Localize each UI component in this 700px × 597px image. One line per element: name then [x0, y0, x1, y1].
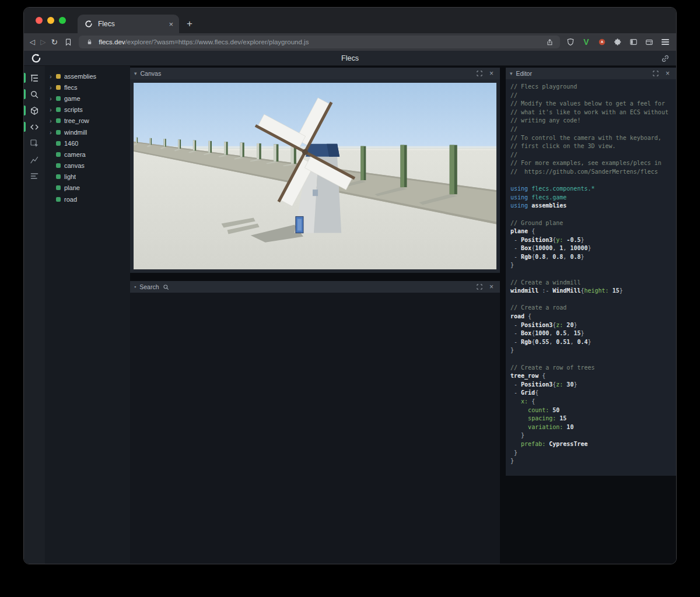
tree-item-tree_row[interactable]: ›tree_row — [45, 115, 130, 127]
code-line[interactable] — [510, 210, 671, 219]
code-line[interactable]: // Create a row of trees — [510, 364, 671, 373]
code-line[interactable]: - Position3{z: 20} — [510, 321, 671, 330]
code-line[interactable]: using flecs.game — [510, 194, 671, 202]
extensions-icon[interactable] — [612, 37, 623, 47]
code-line[interactable]: } — [510, 457, 671, 466]
expand-panel-button[interactable] — [475, 69, 484, 78]
code-line[interactable]: - Rgb{0.55, 0.51, 0.4} — [510, 338, 671, 347]
share-icon[interactable] — [544, 37, 555, 47]
code-line[interactable]: count: 50 — [510, 406, 671, 415]
tree-item-plane[interactable]: plane — [45, 182, 130, 194]
code-line[interactable]: tree_row { — [510, 372, 671, 381]
code-editor[interactable]: // Flecs playground//// Modify the value… — [506, 79, 676, 476]
new-tab-button[interactable]: + — [181, 16, 198, 32]
bookmarks-icon[interactable] — [63, 37, 74, 47]
brave-shield-icon[interactable] — [565, 37, 576, 47]
reload-button[interactable]: ↻ — [51, 38, 58, 46]
code-line[interactable]: } — [510, 449, 671, 458]
minimize-window-button[interactable] — [47, 17, 54, 24]
code-line[interactable]: // writing any code! — [510, 117, 671, 125]
code-line[interactable]: // Create a road — [510, 304, 671, 312]
code-line[interactable]: x: { — [510, 398, 671, 406]
browser-tab[interactable]: Flecs × — [78, 15, 179, 33]
share-link-icon[interactable] — [660, 53, 670, 64]
code-line[interactable]: // what it's like to work with an ECS wi… — [510, 108, 671, 117]
code-line[interactable] — [510, 177, 671, 185]
menu-icon[interactable] — [660, 37, 670, 47]
collapse-chevron-icon[interactable]: ▾ — [134, 71, 137, 76]
code-line[interactable]: // Ground plane — [510, 219, 671, 228]
sidebar-toggle-icon[interactable] — [628, 37, 639, 47]
stats-panel-button[interactable] — [24, 168, 45, 183]
code-line[interactable]: // For more examples, see examples/plecs… — [510, 159, 671, 168]
code-line[interactable]: } — [510, 261, 671, 270]
expand-chevron-icon[interactable]: › — [50, 73, 56, 80]
inspect-panel-button[interactable] — [24, 136, 45, 150]
expand-chevron-icon[interactable]: › — [50, 106, 56, 113]
code-line[interactable]: using flecs.components.* — [510, 185, 671, 194]
code-line[interactable]: using assemblies — [510, 202, 671, 210]
wallet-icon[interactable] — [644, 37, 654, 47]
code-line[interactable]: prefab: CypressTree — [510, 440, 671, 449]
tree-item-road[interactable]: road — [45, 194, 130, 205]
collapse-chevron-icon[interactable]: ▾ — [510, 71, 513, 76]
code-line[interactable]: - Box{1000, 0.5, 15} — [510, 329, 671, 338]
code-line[interactable]: plane { — [510, 227, 671, 236]
vimium-extension-icon[interactable]: V — [581, 37, 592, 47]
code-line[interactable]: // — [510, 92, 671, 100]
code-line[interactable]: road { — [510, 312, 671, 321]
search-bullet-icon[interactable]: ▪ — [134, 284, 136, 290]
editor-panel-button[interactable] — [24, 120, 45, 134]
tab-close-icon[interactable]: × — [169, 20, 173, 29]
canvas-panel-button[interactable] — [24, 103, 45, 118]
code-line[interactable] — [510, 270, 671, 279]
expand-chevron-icon[interactable]: › — [50, 117, 56, 124]
code-line[interactable]: // first click on the 3D view. — [510, 142, 671, 151]
tree-item-assemblies[interactable]: ›assemblies — [45, 71, 130, 82]
forward-button[interactable]: ▷ — [40, 38, 46, 45]
back-button[interactable]: ◁ — [30, 38, 35, 45]
rewards-icon[interactable] — [597, 37, 607, 47]
code-line[interactable]: variation: 10 — [510, 423, 671, 432]
code-line[interactable] — [510, 296, 671, 304]
tree-item-camera[interactable]: camera — [45, 149, 130, 160]
close-panel-button[interactable]: × — [487, 283, 496, 292]
code-line[interactable]: // To control the camera with the keyboa… — [510, 134, 671, 143]
tree-item-scripts[interactable]: ›scripts — [45, 104, 130, 115]
code-line[interactable]: windmill :- WindMill{height: 15} — [510, 287, 671, 296]
code-line[interactable]: } — [510, 346, 671, 355]
code-line[interactable]: - Position3{z: 30} — [510, 381, 671, 389]
tree-item-1460[interactable]: 1460 — [45, 138, 130, 149]
code-line[interactable]: - Position3{y: -0.5} — [510, 236, 671, 245]
expand-panel-button[interactable] — [651, 69, 660, 78]
code-line[interactable]: spacing: 15 — [510, 415, 671, 423]
code-line[interactable]: } — [510, 431, 671, 440]
entity-tree-panel-button[interactable] — [24, 71, 45, 85]
code-line[interactable] — [510, 355, 671, 364]
code-line[interactable]: // Modify the values below to get a feel… — [510, 100, 671, 108]
tree-item-light[interactable]: light — [45, 171, 130, 182]
code-line[interactable]: // https://github.com/SanderMertens/flec… — [510, 168, 671, 177]
tree-item-canvas[interactable]: canvas — [45, 160, 130, 171]
charts-panel-button[interactable] — [24, 152, 45, 167]
close-window-button[interactable] — [36, 17, 43, 24]
zoom-window-button[interactable] — [59, 17, 66, 24]
expand-chevron-icon[interactable]: › — [50, 95, 56, 102]
expand-panel-button[interactable] — [475, 283, 484, 292]
expand-chevron-icon[interactable]: › — [50, 129, 56, 136]
close-panel-button[interactable]: × — [663, 69, 672, 78]
code-line[interactable]: // — [510, 151, 671, 160]
close-panel-button[interactable]: × — [487, 69, 496, 78]
search-panel-body[interactable] — [130, 293, 500, 564]
code-line[interactable]: // Flecs playground — [510, 83, 671, 92]
code-line[interactable]: // — [510, 125, 671, 134]
query-panel-button[interactable] — [24, 87, 45, 101]
address-bar[interactable]: flecs.dev/explorer/?wasm=https://www.fle… — [79, 36, 560, 48]
code-line[interactable]: // Create a windmill — [510, 279, 671, 287]
tree-item-flecs[interactable]: ›flecs — [45, 82, 130, 93]
canvas-3d-render[interactable] — [134, 83, 496, 269]
code-line[interactable]: - Rgb{0.8, 0.8, 0.8} — [510, 253, 671, 262]
tree-item-windmill[interactable]: ›windmill — [45, 127, 130, 138]
expand-chevron-icon[interactable]: › — [50, 84, 56, 91]
code-line[interactable]: - Grid{ — [510, 389, 671, 398]
